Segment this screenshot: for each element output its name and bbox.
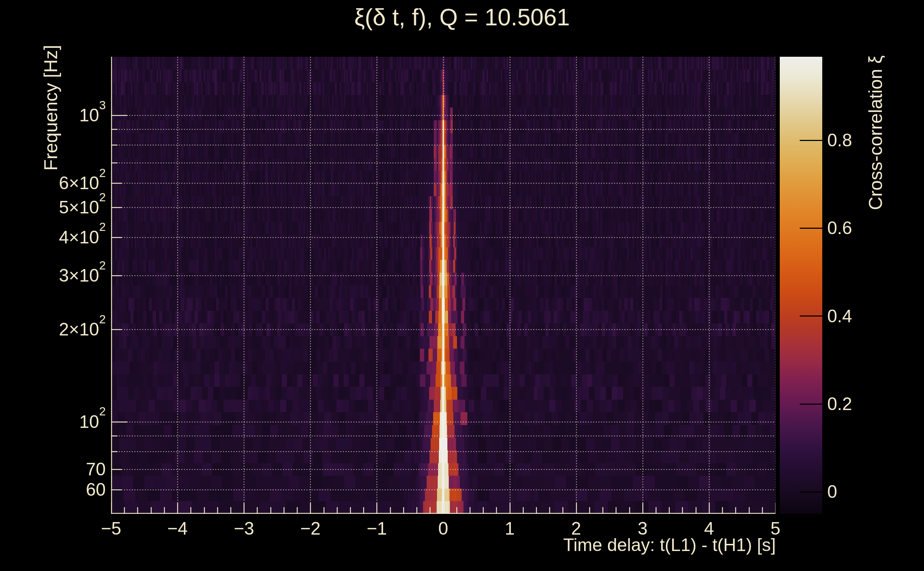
y-tick-label-100: 102 [0,412,106,432]
y-tick-label-500: 5×102 [0,197,106,218]
exponent: 2 [99,220,106,233]
colorbar-tick-0 [800,491,822,492]
colorbar-tick-label-0.8: 0.8 [827,130,852,151]
colorbar-tick-0.2 [800,404,822,405]
x-axis-title: Time delay: t(L1) - t(H1) [s] [563,535,776,555]
colorbar-gradient [780,57,822,514]
y-tick-label-70: 70 [0,459,106,480]
exponent: 2 [99,313,106,326]
qscan-cross-correlation-plot: ξ(δ t, f), Q = 10.5061 Frequency [Hz] 00… [0,0,924,571]
page-title: ξ(δ t, f), Q = 10.5061 [0,3,924,31]
y-tick-label-60: 60 [0,479,106,500]
colorbar-tick-label-0: 0 [827,481,837,502]
exponent: 2 [99,259,106,272]
y-tick-label-400: 4×102 [0,227,106,248]
x-tick-label--5: −5 [101,518,121,539]
colorbar-tick-label-0.4: 0.4 [827,306,852,327]
x-tick-label-0: 0 [439,518,448,539]
y-tick-label-600: 6×102 [0,173,106,193]
colorbar-tick-0.4 [800,315,822,316]
y-tick-label-300: 3×102 [0,265,106,286]
x-tick-label--2: −2 [300,518,321,539]
colorbar-tick-label-0.2: 0.2 [827,394,852,414]
colorbar-title: Cross-correlation ξ [865,55,886,210]
exponent: 2 [99,166,106,179]
exponent: 2 [99,405,106,418]
y-tick-label-1000: 103 [0,105,106,126]
colorbar-tick-0.6 [800,228,822,229]
heatmap-canvas [111,57,776,514]
x-tick-label--4: −4 [167,518,188,539]
x-tick-label--3: −3 [234,518,254,539]
exponent: 3 [99,99,106,112]
colorbar-tick-label-0.6: 0.6 [827,218,852,238]
colorbar-tick-0.8 [800,140,822,141]
y-tick-label-200: 2×102 [0,319,106,340]
x-tick-label--1: −1 [367,518,387,539]
x-tick-label-1: 1 [505,518,515,539]
exponent: 2 [99,191,106,204]
